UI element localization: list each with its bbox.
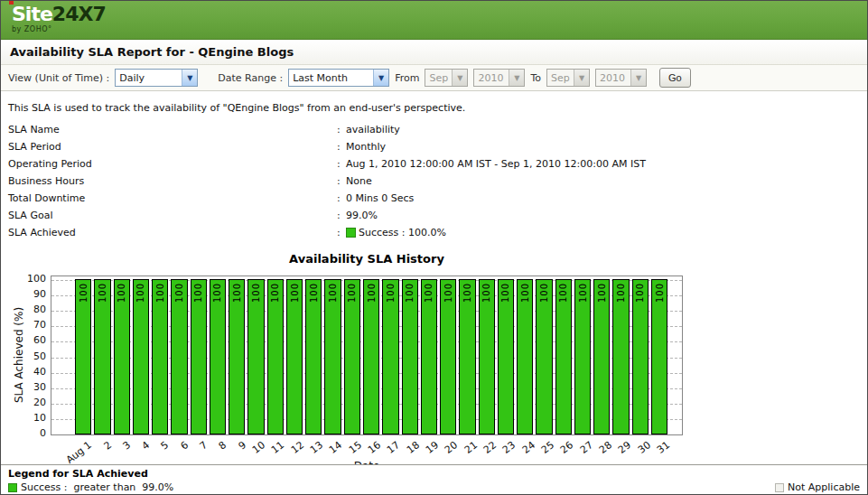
bar[interactable]: 100 bbox=[517, 279, 533, 434]
page-title: Availability SLA Report for - QEngine Bl… bbox=[10, 45, 294, 59]
y-tick-label: 70 bbox=[10, 319, 46, 331]
bar[interactable]: 100 bbox=[612, 279, 629, 434]
y-tick-label: 20 bbox=[10, 397, 46, 408]
legend-title: Legend for SLA Achieved bbox=[8, 468, 860, 480]
bar[interactable]: 100 bbox=[210, 279, 226, 434]
bar[interactable]: 100 bbox=[555, 279, 572, 434]
detail-colon: : bbox=[337, 227, 346, 238]
bar[interactable]: 100 bbox=[363, 279, 379, 434]
bar-value-label: 100 bbox=[481, 283, 491, 303]
detail-value: Aug 1, 2010 12:00:00 AM IST - Sep 1, 201… bbox=[346, 158, 646, 170]
bar[interactable]: 100 bbox=[382, 279, 398, 434]
bar[interactable]: 100 bbox=[114, 279, 130, 434]
to-year-value: 2010 bbox=[596, 72, 629, 84]
detail-label: SLA Period bbox=[8, 141, 337, 153]
detail-value: 0 Mins 0 Secs bbox=[346, 192, 414, 204]
to-label: To bbox=[530, 72, 541, 84]
bar[interactable]: 100 bbox=[593, 279, 610, 434]
bar-value-label: 100 bbox=[578, 283, 588, 303]
bar[interactable]: 100 bbox=[479, 279, 495, 434]
y-tick-label: 10 bbox=[10, 412, 46, 424]
x-tick-label: 20 bbox=[443, 439, 460, 456]
bar[interactable]: 100 bbox=[402, 279, 418, 434]
bar-value-label: 100 bbox=[443, 283, 453, 303]
bar[interactable]: 100 bbox=[75, 279, 91, 434]
bar[interactable]: 100 bbox=[421, 279, 437, 434]
bar[interactable]: 100 bbox=[344, 279, 360, 434]
bar-value-label: 100 bbox=[558, 283, 568, 303]
x-tick-label: 19 bbox=[424, 439, 441, 456]
report-title-bar: Availability SLA Report for - QEngine Bl… bbox=[1, 40, 867, 65]
from-month-select[interactable]: Sep ▼ bbox=[425, 69, 468, 87]
y-tick-label: 0 bbox=[10, 427, 46, 439]
bar[interactable]: 100 bbox=[171, 279, 187, 434]
bar[interactable]: 100 bbox=[229, 279, 245, 434]
to-month-value: Sep bbox=[547, 72, 574, 84]
go-button[interactable]: Go bbox=[659, 68, 691, 88]
bar-value-label: 100 bbox=[424, 283, 434, 303]
bar-value-label: 100 bbox=[270, 283, 280, 303]
detail-row: Operating Period:Aug 1, 2010 12:00:00 AM… bbox=[8, 155, 860, 173]
bar-value-label: 100 bbox=[655, 283, 665, 303]
bar[interactable]: 100 bbox=[191, 279, 207, 434]
bar-value-label: 100 bbox=[386, 283, 396, 303]
bar[interactable]: 100 bbox=[133, 279, 149, 434]
success-swatch-icon bbox=[346, 228, 356, 238]
bar[interactable]: 100 bbox=[536, 279, 552, 434]
bar[interactable]: 100 bbox=[324, 279, 341, 434]
legend-item-not-applicable: Not Applicable bbox=[775, 481, 860, 493]
date-range-select[interactable]: Last Month ▼ bbox=[288, 69, 389, 87]
bar[interactable]: 100 bbox=[651, 279, 667, 434]
chevron-down-icon: ▼ bbox=[630, 70, 646, 86]
x-tick-label: 18 bbox=[405, 439, 422, 456]
bar-value-label: 100 bbox=[193, 283, 203, 303]
bar[interactable]: 100 bbox=[459, 279, 475, 434]
detail-row: SLA Goal:99.0% bbox=[8, 207, 860, 224]
detail-row: SLA Name:availability bbox=[8, 121, 860, 138]
bar[interactable]: 100 bbox=[305, 279, 322, 434]
date-range-select-value: Last Month bbox=[289, 72, 351, 84]
from-label: From bbox=[395, 72, 419, 84]
view-label: View (Unit of Time) : bbox=[8, 72, 109, 84]
sla-description: This SLA is used to track the availabili… bbox=[8, 102, 860, 114]
bar[interactable]: 100 bbox=[286, 279, 303, 434]
bar-value-label: 100 bbox=[367, 283, 377, 303]
x-tick-label: 26 bbox=[558, 439, 575, 456]
bar[interactable]: 100 bbox=[267, 279, 284, 434]
sla-info-section: This SLA is used to track the availabili… bbox=[1, 91, 867, 241]
y-tick-label: 60 bbox=[10, 334, 46, 346]
bar-value-label: 100 bbox=[635, 283, 645, 303]
site24x7-logo: Site24x7 by ZOHO° bbox=[12, 5, 106, 33]
bar[interactable]: 100 bbox=[498, 279, 514, 434]
chevron-down-icon: ▼ bbox=[182, 70, 197, 86]
bar[interactable]: 100 bbox=[247, 279, 264, 434]
detail-label: SLA Goal bbox=[8, 210, 337, 221]
bar[interactable]: 100 bbox=[94, 279, 110, 434]
bar-value-label: 100 bbox=[79, 283, 89, 303]
bar-value-label: 100 bbox=[500, 283, 510, 303]
to-year-select[interactable]: 2010 ▼ bbox=[595, 69, 647, 87]
detail-value: Monthly bbox=[346, 141, 386, 153]
x-tick-label: 30 bbox=[636, 439, 653, 456]
x-tick-label: 4 bbox=[140, 439, 153, 453]
legend-item-success: Success : greater than 99.0% bbox=[8, 481, 173, 493]
bar[interactable]: 100 bbox=[440, 279, 456, 434]
bar[interactable]: 100 bbox=[574, 279, 591, 434]
bar[interactable]: 100 bbox=[152, 279, 168, 434]
x-tick-label: 23 bbox=[500, 439, 518, 456]
chevron-down-icon: ▼ bbox=[509, 70, 524, 86]
x-tick-label: 12 bbox=[289, 439, 306, 456]
from-year-value: 2010 bbox=[474, 72, 507, 84]
from-year-select[interactable]: 2010 ▼ bbox=[473, 69, 525, 87]
view-select[interactable]: Daily ▼ bbox=[115, 69, 198, 87]
to-month-select[interactable]: Sep ▼ bbox=[546, 69, 590, 87]
x-tick-label: 2 bbox=[101, 439, 114, 453]
detail-row: Business Hours:None bbox=[8, 173, 860, 190]
sla-details: SLA Name:availabilitySLA Period:MonthlyO… bbox=[8, 121, 860, 241]
bar[interactable]: 100 bbox=[632, 279, 649, 434]
x-tick-label: 5 bbox=[159, 439, 172, 453]
x-tick-label: 6 bbox=[178, 439, 191, 453]
y-tick-label: 80 bbox=[10, 304, 46, 315]
date-range-label: Date Range : bbox=[218, 72, 283, 84]
legend-na-label: Not Applicable bbox=[788, 481, 860, 493]
